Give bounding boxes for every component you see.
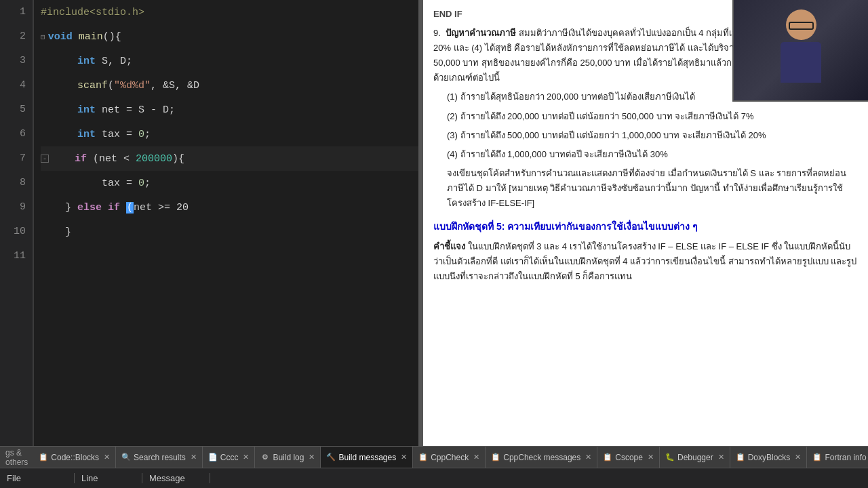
code-line-6: int tax = 0 ; (41, 122, 418, 146)
build-log-icon: ⚙ (260, 453, 270, 462)
code-line-9: } else if ( net >= 20 (41, 195, 418, 220)
code-line-7: - if (net < 200000 ){ (41, 146, 418, 171)
code-token: net = S - D; (96, 104, 175, 116)
code-token: 0 (138, 178, 144, 189)
code-lines[interactable]: #include<stdio.h> ⊟ void main (){ int (34, 0, 418, 446)
tab-cppcheck-close[interactable]: ✕ (473, 453, 479, 462)
tab-cccc[interactable]: 📄 Cccc ✕ (203, 447, 256, 468)
tab-cppcheck-messages[interactable]: 📋 CppCheck messages ✕ (486, 447, 597, 468)
code-token: tax = (96, 129, 138, 140)
doc-heading5: แบบฝึกหัดชุดที่ 5: ความเทียบเท่ากันของกา… (433, 219, 858, 235)
code-token: int (77, 104, 96, 116)
tab-build-log[interactable]: ⚙ Build log ✕ (255, 447, 321, 468)
cscope-icon: 📋 (603, 453, 612, 462)
code-line-8: tax = 0 ; (41, 171, 418, 195)
person-silhouette (774, 9, 828, 91)
code-line-11 (41, 244, 418, 268)
tab-debugger[interactable]: 🐛 Debugger ✕ (660, 447, 730, 468)
code-line-4: scanf ( "%d%d" , &S, &D (41, 73, 418, 98)
code-token (41, 251, 47, 262)
code-token: } (65, 226, 71, 238)
tab-cppcheck-messages-label: CppCheck messages (503, 453, 580, 462)
tab-cppcheck-messages-close[interactable]: ✕ (585, 453, 591, 462)
status-bar: File Line Message (0, 468, 868, 488)
code-editor[interactable]: 1 2 3 4 5 6 7 8 9 10 11 #include<stdio.h… (0, 0, 420, 446)
code-token: void (48, 31, 73, 43)
tab-build-messages[interactable]: 🔨 Build messages ✕ (321, 447, 413, 468)
code-token: 0 (138, 129, 144, 140)
code-line-2: ⊟ void main (){ (41, 24, 418, 49)
tab-debugger-label: Debugger (677, 453, 713, 462)
file-column-header: File (7, 473, 75, 483)
tab-cscope-close[interactable]: ✕ (648, 453, 654, 462)
code-token: if (108, 202, 120, 214)
tab-cppcheck[interactable]: 📋 CppCheck ✕ (413, 447, 486, 468)
tab-cppcheck-label: CppCheck (431, 453, 469, 462)
code-token (102, 202, 108, 214)
tab-search-close[interactable]: ✕ (191, 453, 197, 462)
code-token (41, 56, 77, 67)
code-token: ( (108, 80, 114, 92)
tab-codeblocks-close[interactable]: ✕ (104, 453, 110, 462)
cccc-icon: 📄 (208, 453, 218, 462)
line-numbers: 1 2 3 4 5 6 7 8 9 10 11 (0, 0, 34, 446)
code-token: , &S, &D (151, 80, 199, 92)
status-columns: File Line Message (7, 473, 861, 483)
tab-doxyblocks-close[interactable]: ✕ (795, 453, 801, 462)
tab-debugger-close[interactable]: ✕ (718, 453, 724, 462)
code-token: tax = (102, 178, 138, 189)
build-messages-icon: 🔨 (326, 453, 336, 462)
code-token: int (77, 56, 96, 67)
code-line-5: int net = S - D; (41, 98, 418, 122)
code-token: } (65, 202, 77, 214)
code-token: "%d%d" (114, 80, 151, 92)
doxyblocks-icon: 📋 (736, 453, 745, 462)
tab-cccc-label: Cccc (220, 453, 239, 462)
tab-doxyblocks[interactable]: 📋 DoxyBlocks ✕ (730, 447, 808, 468)
cppcheck-messages-icon: 📋 (491, 453, 500, 462)
doc-para-code: จงเขียนชุดโค้ดสำหรับการคำนวณและแสดงภาษีท… (447, 166, 858, 211)
code-line-10: } (41, 220, 418, 244)
code-token: ){ (172, 153, 184, 165)
code-token (41, 202, 65, 214)
code-token: ( (126, 202, 134, 214)
code-token: (){ (103, 31, 121, 43)
code-token (120, 202, 126, 214)
code-token: int (77, 129, 96, 140)
person-head (786, 9, 816, 40)
tab-prefix-label: gs & others (0, 447, 33, 468)
tab-doxyblocks-label: DoxyBlocks (748, 453, 791, 462)
code-token: 200000 (136, 153, 172, 165)
code-token: ; (144, 178, 151, 189)
cppcheck-icon: 📋 (418, 453, 428, 462)
tab-fortran-info-label: Fortran info (825, 453, 866, 462)
tab-build-messages-label: Build messages (338, 453, 396, 462)
tab-build-messages-close[interactable]: ✕ (401, 453, 407, 462)
line-column-header: Line (75, 473, 142, 483)
codeblocks-icon: 📋 (39, 453, 48, 462)
code-token: if (75, 153, 87, 165)
code-token (73, 31, 79, 43)
webcam-feed (734, 0, 868, 100)
doc-cond4: (4) ถ้ารายได้ถึง 1,000,000 บาทต่อปี จะเส… (447, 147, 858, 162)
tab-codeblocks[interactable]: 📋 Code::Blocks ✕ (33, 447, 116, 468)
message-column-header: Message (142, 473, 210, 483)
tab-cscope-label: Cscope (615, 453, 643, 462)
code-token: net >= 20 (134, 202, 189, 214)
tab-build-log-close[interactable]: ✕ (309, 453, 315, 462)
tab-cscope[interactable]: 📋 Cscope ✕ (597, 447, 660, 468)
code-line-3: int S, D; (41, 49, 418, 73)
code-line-1: #include<stdio.h> (41, 0, 418, 24)
tab-cccc-close[interactable]: ✕ (243, 453, 249, 462)
tab-search-results[interactable]: 🔍 Search results ✕ (116, 447, 203, 468)
tab-codeblocks-label: Code::Blocks (51, 453, 99, 462)
tab-fortran-info[interactable]: 📋 Fortran info (807, 447, 868, 468)
doc-cond3: (3) ถ้ารายได้ถึง 500,000 บาทต่อปี แต่น้อ… (447, 128, 858, 143)
search-results-icon: 🔍 (121, 453, 131, 462)
code-token (41, 80, 77, 92)
code-token (41, 226, 65, 238)
webcam-overlay (732, 0, 868, 102)
fortran-info-icon: 📋 (812, 453, 822, 462)
bottom-tabs-bar: gs & others 📋 Code::Blocks ✕ 🔍 Search re… (0, 446, 868, 468)
debugger-icon: 🐛 (665, 453, 675, 462)
